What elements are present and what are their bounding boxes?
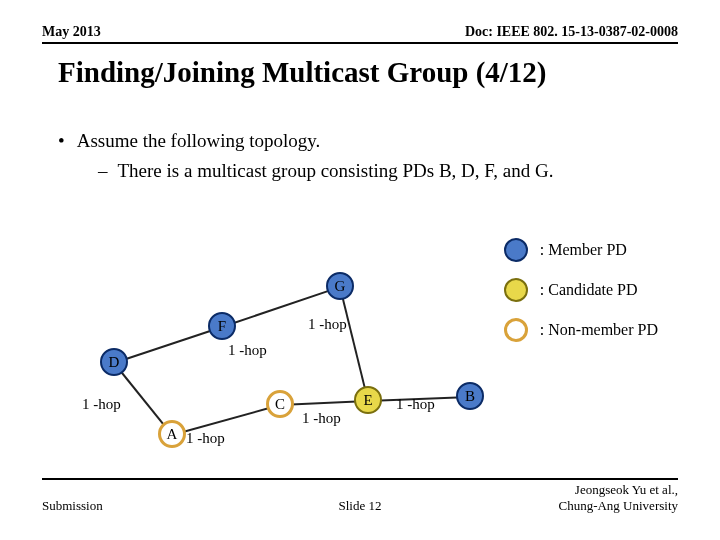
bullet1-marker: • bbox=[58, 128, 65, 154]
footer-author-line2: Chung-Ang University bbox=[558, 498, 678, 513]
legend-row-member: : Member PD bbox=[504, 238, 658, 262]
bullet1-text: Assume the following topology. bbox=[77, 128, 321, 154]
graph-node-a: A bbox=[158, 420, 186, 448]
legend-row-candidate: : Candidate PD bbox=[504, 278, 658, 302]
edge-label: 1 -hop bbox=[396, 396, 435, 413]
body-text: • Assume the following topology. – There… bbox=[58, 128, 678, 183]
page-title: Finding/Joining Multicast Group (4/12) bbox=[58, 56, 547, 89]
bullet2-text: There is a multicast group consisting PD… bbox=[118, 158, 554, 184]
bullet-level-2: – There is a multicast group consisting … bbox=[98, 158, 678, 184]
graph-node-f: F bbox=[208, 312, 236, 340]
legend-label: : Candidate PD bbox=[540, 281, 638, 299]
header-doc-ref: Doc: IEEE 802. 15-13-0387-02-0008 bbox=[465, 24, 678, 40]
bullet2-marker: – bbox=[98, 158, 108, 184]
header-bar: May 2013 Doc: IEEE 802. 15-13-0387-02-00… bbox=[42, 24, 678, 44]
circle-icon bbox=[504, 278, 528, 302]
edge-label: 1 -hop bbox=[82, 396, 121, 413]
graph-node-e: E bbox=[354, 386, 382, 414]
footer-bar: Submission Slide 12 Jeongseok Yu et al.,… bbox=[42, 478, 678, 514]
footer-author: Jeongseok Yu et al., Chung-Ang Universit… bbox=[558, 482, 678, 514]
graph-edge bbox=[114, 326, 223, 364]
edge-label: 1 -hop bbox=[302, 410, 341, 427]
circle-icon bbox=[504, 238, 528, 262]
graph-node-g: G bbox=[326, 272, 354, 300]
legend-label: : Member PD bbox=[540, 241, 627, 259]
edge-label: 1 -hop bbox=[308, 316, 347, 333]
legend-row-nonmember: : Non-member PD bbox=[504, 318, 658, 342]
header-date: May 2013 bbox=[42, 24, 101, 40]
legend: : Member PD : Candidate PD : Non-member … bbox=[504, 238, 658, 342]
circle-icon bbox=[504, 318, 528, 342]
footer-author-line1: Jeongseok Yu et al., bbox=[575, 482, 678, 497]
graph-edge bbox=[339, 287, 369, 401]
bullet-level-1: • Assume the following topology. bbox=[58, 128, 678, 154]
edge-label: 1 -hop bbox=[228, 342, 267, 359]
graph-node-b: B bbox=[456, 382, 484, 410]
topology-diagram: : Member PD : Candidate PD : Non-member … bbox=[58, 230, 678, 460]
graph-node-c: C bbox=[266, 390, 294, 418]
slide: May 2013 Doc: IEEE 802. 15-13-0387-02-00… bbox=[0, 0, 720, 540]
footer-left: Submission bbox=[42, 498, 103, 514]
edge-label: 1 -hop bbox=[186, 430, 225, 447]
legend-label: : Non-member PD bbox=[540, 321, 658, 339]
graph-node-d: D bbox=[100, 348, 128, 376]
